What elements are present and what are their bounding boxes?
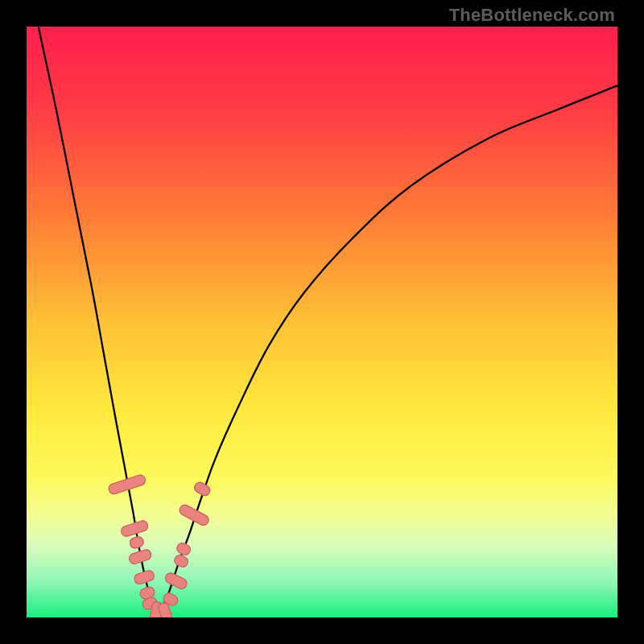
right-branch-curve (156, 85, 617, 614)
plot-area (27, 27, 617, 617)
curve-layer (27, 27, 617, 617)
watermark-text: TheBottleneck.com (449, 5, 615, 26)
chart-frame: TheBottleneck.com (0, 0, 644, 644)
